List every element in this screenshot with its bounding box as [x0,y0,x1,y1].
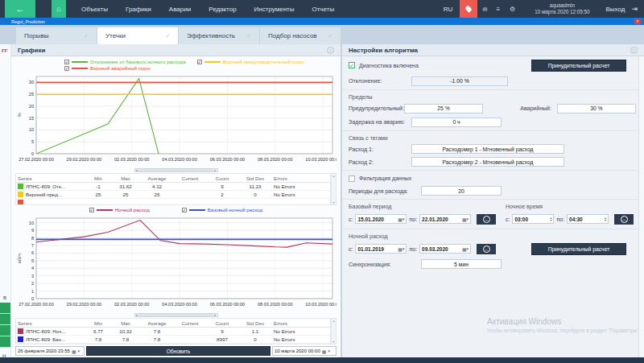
legend-checkbox[interactable]: ✓ [182,208,187,212]
window-close-button[interactable]: × [634,19,641,24]
calendar-icon: ▦ [322,349,327,354]
home-button[interactable]: ⌂ [52,0,66,18]
table-row[interactable] [16,199,330,205]
force-calc-button[interactable]: Принудительный расчет [531,60,626,72]
legend-item-warning-threshold: ✓ Верхний предупредительный порог [197,59,305,64]
night-flow-to-picker[interactable]: 09.03.2020 ▦ ▾ [419,244,471,254]
scroll-right-icon[interactable]: ▸ [214,168,216,172]
chart1-scrollbar[interactable]: ◂▸ [11,167,341,172]
panel-menu-icon[interactable]: ≡ [327,47,334,54]
base-period-from-picker[interactable]: 15.01.2020 ▦ ▾ [355,214,407,224]
dropdown-icon: ▾ [78,349,80,353]
flow2-tag-field[interactable]: Расходомер 2 - Мгновенный расход [411,157,564,167]
apply-night-flow-button[interactable]: → [477,244,496,254]
edge-status-cell [0,325,10,336]
table-header-cell: Series [16,175,85,181]
menu-item-alarms[interactable]: Аварии [160,0,200,18]
night-time-to-field[interactable]: 04:30 ▴▾ [567,214,609,224]
alarm-delay-field[interactable]: 0 ч [411,118,502,127]
legend-item-deviation: ✓ Отклонение от базового ночного расхода [64,59,186,64]
table-cell: 1.1 [238,328,272,334]
diagnostics-checkbox[interactable]: ✓ [349,62,355,68]
legend-checkbox[interactable]: ✓ [64,60,69,64]
tab-podbor-nasosov[interactable]: Подбор насосов✓ [260,27,341,44]
scroll-left-icon[interactable]: ◂ [136,313,138,317]
time-spinner[interactable]: ▴▾ [550,217,551,221]
tab-poryvy[interactable]: Порывы✓ [16,27,97,44]
legend-checkbox[interactable]: ✓ [89,208,94,212]
table-row[interactable]: Верхний пред...25252520No Errors [16,191,330,199]
svg-text:3: 3 [31,274,34,278]
scroll-thumb[interactable] [138,314,213,316]
top-menu-bar: ← ⌂ Объекты Графики Аварии Редактор Инст… [0,0,644,18]
night-time-section-label: Ночное время [506,201,636,211]
table-row[interactable]: ЛПНС-809: Баз...7.87.87.889970No Errors [16,336,330,344]
night-flow-from-picker[interactable]: 01.01.2019 ▦ ▾ [355,244,407,254]
svg-text:м3/ч: м3/ч [17,254,22,263]
svg-text:30: 30 [29,80,34,85]
window-tab-bar: Regul_Prediction × [0,18,644,25]
logout-button[interactable]: Выход [601,6,630,13]
list-icon[interactable]: ≡ [491,6,505,13]
night-flow-chart[interactable]: 27.02.2020 00:0029.02.2020 00:0002.03.20… [15,214,336,309]
period-end-picker[interactable]: 10 марта 2020 00:00 ▦ ▾ [272,346,336,356]
flow1-tag-field[interactable]: Расходомер 1 - Мгновенный расход [411,144,564,154]
gear-icon[interactable]: ⚙ [505,6,520,13]
legend-item-alarm-threshold: ✓ Верхний аварийный порог [64,65,151,71]
time-spinner[interactable]: ▴▾ [605,217,606,221]
warning-limit-field[interactable]: 25 % [404,104,483,113]
bottom-status-bar [0,357,644,363]
panel-menu-icon[interactable]: ≡ [630,47,638,54]
language-button[interactable]: RU [436,6,460,13]
current-datetime: 10 марта 2020 12:05:50 [535,9,589,15]
tab-effektivnost[interactable]: Эффективность✓ [179,27,259,44]
back-button[interactable]: ← [5,0,35,18]
svg-text:08.03.2020 00:00: 08.03.2020 00:00 [258,157,293,162]
table-cell: 7.8 [111,336,140,342]
scroll-up-icon[interactable]: ▴ [332,319,334,323]
filter-checkbox[interactable] [349,175,355,182]
arrow-right-icon: → [483,216,490,223]
legend-checkbox[interactable]: ✓ [64,66,69,71]
logout-icon[interactable]: ⇥ [630,5,644,13]
legend-checkbox[interactable]: ✓ [197,60,202,64]
scroll-down-icon[interactable]: ▾ [332,200,334,204]
menu-item-objects[interactable]: Объекты [72,0,117,18]
refresh-button[interactable]: Обновить [86,346,270,356]
table1-scrollbar[interactable]: ▴▾ [331,173,336,205]
force-calc-button-2[interactable]: Принудительный расчет [531,243,626,255]
signal-icon[interactable]: ((•)) [477,6,491,11]
periods-field[interactable]: 20 [421,186,502,196]
menu-item-charts[interactable]: Графики [117,0,160,18]
alarm-icon [464,5,473,13]
alarm-button[interactable] [460,0,477,18]
settings-panel-header: Настройки алгоритма ≡ [342,44,644,56]
scroll-down-icon[interactable]: ▾ [332,340,334,344]
alarm-limit-field[interactable]: 30 % [557,104,636,113]
menu-item-reports[interactable]: Отчеты [303,0,343,18]
menu-item-tools[interactable]: Инструменты [246,0,303,18]
chart2-scrollbar[interactable]: ◂▸ [11,312,341,317]
base-period-to-picker[interactable]: 22.01.2020 ▦ ▾ [419,214,471,224]
svg-text:6: 6 [31,250,34,255]
scroll-left-icon[interactable]: ◂ [136,168,138,172]
period-start-picker[interactable]: 26 февраля 2020 23:55 ▦ ▾ [15,346,85,356]
settings-scrollbar[interactable] [638,56,644,357]
table2-scrollbar[interactable]: ▴▾ [331,318,336,344]
tab-utechki[interactable]: Утечки✓ [97,27,178,44]
table-row[interactable]: ЛПНС-809: Ноч...6.7710.327.891.1No Error… [16,328,330,336]
scroll-right-icon[interactable]: ▸ [214,313,216,317]
apply-night-time-button[interactable]: → [614,214,634,225]
menu-item-editor[interactable]: Редактор [200,0,245,18]
sync-field[interactable]: 5 мин [421,259,502,269]
scroll-up-icon[interactable]: ▴ [332,174,334,178]
table-cell: 0 [238,192,272,197]
deviation-chart[interactable]: 27.02.2020 00:0029.02.2020 00:0002.03.20… [15,72,336,164]
table-row[interactable]: ЛПНС-809: Отк...-131.624.12911.23No Erro… [16,183,330,191]
table-header-cell: Min [85,175,111,181]
table-cell: 25 [85,192,111,197]
night-time-from-field[interactable]: 03:00 ▴▾ [512,214,554,224]
table-header-row: SeriesMinMaxAverageCurrentCountStd DevEr… [16,174,330,183]
apply-base-period-button[interactable]: → [477,214,496,225]
scroll-thumb[interactable] [138,169,213,171]
